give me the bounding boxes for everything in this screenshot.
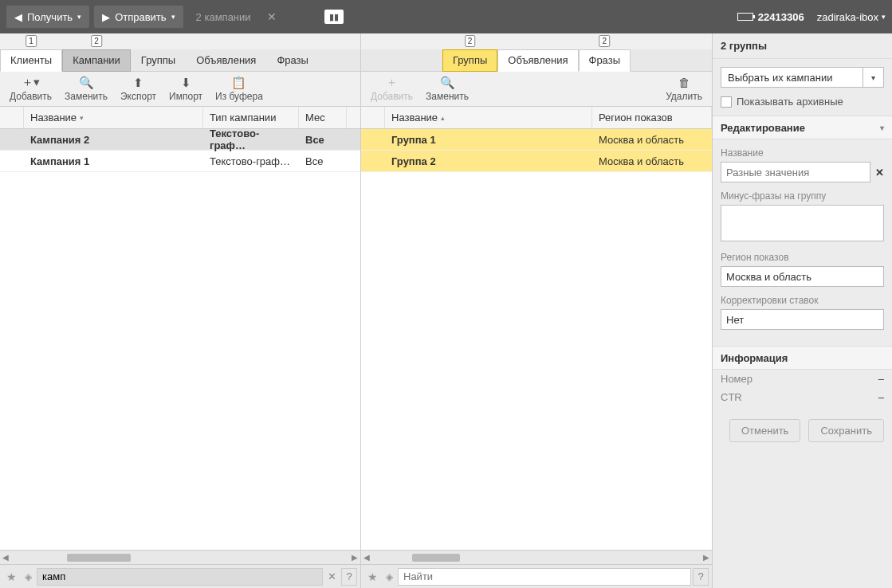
- cell-name: Кампания 2: [24, 129, 203, 150]
- tab-groups[interactable]: 2 Группы: [442, 49, 497, 72]
- tab-badge: 2: [465, 35, 476, 47]
- left-toolbar: ＋▾ Добавить 🔍 Заменить ⬆ Экспорт ⬇ Импор…: [0, 72, 360, 107]
- groups-panel: 2 Группы Объявления 2 Фразы ＋ Добавить 🔍…: [361, 33, 713, 588]
- tab-label: Фразы: [589, 54, 621, 66]
- table-row[interactable]: Группа 1 Москва и область: [361, 129, 712, 151]
- left-search-row: ★ ◈ ✕ ?: [0, 564, 360, 588]
- cell-type: Текстово-граф…: [203, 129, 299, 150]
- grid-body: Группа 1 Москва и область Группа 2 Москв…: [361, 129, 712, 550]
- trash-icon: 🗑: [678, 76, 690, 89]
- clipboard-button[interactable]: 📋 Из буфера: [209, 73, 269, 105]
- import-button[interactable]: ⬇ Импорт: [163, 73, 209, 105]
- col-region[interactable]: Регион показов: [592, 107, 712, 128]
- export-button[interactable]: ⬆ Экспорт: [114, 73, 163, 105]
- import-icon: ⬇: [181, 76, 191, 89]
- campaigns-count-label: 2 кампании: [196, 11, 251, 23]
- region-input[interactable]: [721, 266, 884, 287]
- star-icon[interactable]: ★: [364, 570, 381, 583]
- table-row[interactable]: Группа 2 Москва и область: [361, 151, 712, 172]
- add-button[interactable]: ＋▾ Добавить: [3, 73, 58, 105]
- tool-label: Заменить: [65, 91, 108, 102]
- tab-campaigns[interactable]: 2 Кампании: [62, 49, 131, 72]
- clear-icon[interactable]: ✕: [875, 167, 884, 178]
- cell-name: Кампания 1: [24, 151, 203, 171]
- battery-icon: [737, 13, 753, 21]
- plus-icon: ＋: [386, 76, 398, 89]
- table-row[interactable]: Кампания 1 Текстово-граф… Все: [0, 151, 360, 172]
- show-archived-checkbox[interactable]: [721, 96, 732, 108]
- campaigns-panel: 1 Клиенты 2 Кампании Группы Объявления Ф…: [0, 33, 361, 588]
- cell-region: Москва и область: [592, 129, 712, 150]
- replace-button[interactable]: 🔍 Заменить: [419, 73, 475, 105]
- cancel-button[interactable]: Отменить: [729, 419, 800, 442]
- campaigns-grid: Название▾ Тип кампании Мес Кампания 2 Те…: [0, 107, 360, 550]
- plus-icon: ＋▾: [22, 76, 40, 89]
- tool-label: Добавить: [371, 91, 413, 102]
- tag-icon[interactable]: ◈: [383, 571, 396, 582]
- table-row[interactable]: Кампания 2 Текстово-граф… Все: [0, 129, 360, 151]
- get-button[interactable]: ◀ Получить ▾: [6, 6, 89, 28]
- middle-toolbar: ＋ Добавить 🔍 Заменить 🗑 Удалить: [361, 72, 712, 107]
- details-panel: 2 группы Выбрать их кампании ▾ Показыват…: [713, 33, 892, 588]
- cell-region: Москва и область: [592, 151, 712, 171]
- delete-button[interactable]: 🗑 Удалить: [659, 73, 709, 105]
- replace-button[interactable]: 🔍 Заменить: [58, 73, 114, 105]
- tab-badge: 2: [599, 35, 610, 47]
- triangle-right-icon: ▶: [102, 11, 110, 23]
- h-scrollbar[interactable]: ◀ ▶: [361, 550, 712, 564]
- editing-section[interactable]: Редактирование ▾: [713, 116, 892, 139]
- select-campaigns-dropdown[interactable]: Выбрать их кампании: [721, 67, 863, 88]
- tab-label: Объявления: [196, 54, 256, 66]
- info-label: CTR: [721, 391, 742, 403]
- middle-tabs: 2 Группы Объявления 2 Фразы: [361, 49, 712, 72]
- col-name[interactable]: Название▴: [385, 107, 592, 128]
- tool-label: Экспорт: [120, 91, 156, 102]
- send-button[interactable]: ▶ Отправить ▾: [94, 6, 183, 28]
- tool-label: Заменить: [426, 91, 469, 102]
- clipboard-icon: 📋: [231, 76, 246, 89]
- chevron-down-icon[interactable]: ▾: [863, 67, 884, 88]
- search-input[interactable]: [398, 568, 691, 586]
- help-button[interactable]: ?: [341, 568, 357, 586]
- film-icon[interactable]: ▮▮: [324, 10, 344, 24]
- chevron-down-icon: ▾: [880, 123, 884, 132]
- close-icon[interactable]: ✕: [267, 10, 277, 23]
- col-name[interactable]: Название▾: [24, 107, 203, 128]
- tab-groups[interactable]: Группы: [131, 49, 186, 72]
- tab-label: Клиенты: [10, 54, 52, 66]
- help-button[interactable]: ?: [693, 568, 709, 586]
- info-section[interactable]: Информация: [713, 346, 892, 370]
- tab-ads[interactable]: Объявления: [186, 49, 266, 72]
- minus-phrases-textarea[interactable]: [721, 205, 884, 241]
- search-input[interactable]: [37, 568, 323, 586]
- bids-label: Корректировки ставок: [721, 295, 884, 306]
- user-name-label: zadiraka-ibox: [817, 11, 878, 23]
- tab-phrases[interactable]: 2 Фразы: [579, 49, 631, 72]
- groups-grid: Название▴ Регион показов Группа 1 Москва…: [361, 107, 712, 550]
- h-scrollbar[interactable]: ◀ ▶: [0, 550, 360, 564]
- clear-search-icon[interactable]: ✕: [324, 570, 340, 582]
- info-value: –: [878, 373, 884, 385]
- add-button: ＋ Добавить: [364, 73, 419, 105]
- search-icon: 🔍: [440, 76, 455, 89]
- tab-clients[interactable]: 1 Клиенты: [0, 49, 62, 72]
- tag-icon[interactable]: ◈: [22, 571, 35, 582]
- col-type[interactable]: Тип кампании: [203, 107, 299, 128]
- bids-input[interactable]: [721, 309, 884, 330]
- account-id: 22413306: [758, 11, 804, 23]
- tool-label: Из буфера: [215, 91, 263, 102]
- user-menu[interactable]: zadiraka-ibox ▾: [817, 11, 886, 23]
- col-place[interactable]: Мес: [299, 107, 347, 128]
- show-archived-label: Показывать архивные: [737, 96, 843, 108]
- star-icon[interactable]: ★: [3, 570, 20, 583]
- left-tabs: 1 Клиенты 2 Кампании Группы Объявления Ф…: [0, 49, 360, 72]
- cell-name: Группа 2: [385, 151, 592, 171]
- tool-label: Импорт: [169, 91, 202, 102]
- name-input[interactable]: [721, 162, 870, 182]
- tab-ads[interactable]: Объявления: [497, 49, 578, 72]
- sort-icon: ▴: [441, 114, 445, 122]
- cell-place: Все: [299, 129, 347, 150]
- save-button[interactable]: Сохранить: [808, 419, 884, 442]
- triangle-left-icon: ◀: [14, 11, 22, 23]
- tab-phrases[interactable]: Фразы: [266, 49, 319, 72]
